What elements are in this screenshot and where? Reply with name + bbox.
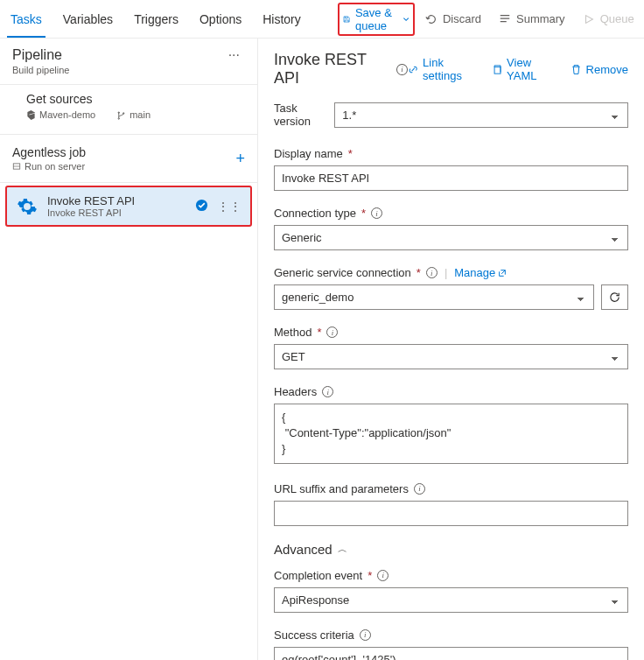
completion-select[interactable]: ApiResponse (274, 587, 628, 613)
play-icon (583, 13, 595, 25)
undo-icon (425, 13, 438, 25)
pipeline-panel: Pipeline Build pipeline ··· Get sources … (0, 39, 258, 660)
service-conn-label: Generic service connection (274, 266, 411, 279)
summary-button[interactable]: Summary (492, 9, 572, 29)
pipeline-sub: Build pipeline (12, 65, 69, 75)
discard-label: Discard (443, 12, 481, 25)
queue-label: Queue (600, 12, 634, 25)
tab-tasks[interactable]: Tasks (0, 2, 52, 37)
toolbar: Save & queue Discard Summary Queue ··· (338, 3, 644, 36)
external-icon (498, 269, 507, 277)
save-queue-label: Save & queue (355, 6, 397, 32)
gear-icon (16, 195, 38, 218)
display-name-input[interactable] (274, 165, 628, 191)
method-select[interactable]: GET (274, 344, 628, 369)
add-task-button[interactable]: + (235, 150, 245, 168)
trash-icon (570, 64, 582, 75)
get-sources[interactable]: Get sources Maven-demo main (0, 85, 257, 127)
chevron-down-icon (402, 13, 410, 25)
connection-type-select[interactable]: Generic (274, 225, 628, 250)
server-icon (12, 162, 21, 171)
job-title: Agentless job (12, 145, 86, 159)
save-icon (343, 13, 350, 25)
pipeline-more-icon[interactable]: ··· (228, 47, 245, 63)
headers-label: Headers (274, 385, 317, 398)
repo-item: Maven-demo (26, 109, 95, 120)
display-name-label: Display name (274, 147, 343, 160)
svg-rect-2 (494, 67, 500, 74)
info-icon[interactable]: i (326, 326, 338, 338)
info-icon[interactable]: i (426, 267, 438, 278)
nav-tabs: Tasks Variables Triggers Options History (0, 2, 312, 37)
connection-type-label: Connection type (274, 207, 356, 220)
info-icon[interactable]: i (396, 64, 408, 75)
chevron-up-icon: ︿ (338, 543, 347, 556)
summary-icon (499, 13, 511, 25)
summary-label: Summary (516, 12, 565, 25)
task-version-label: Task version (274, 102, 326, 128)
devops-icon (26, 110, 36, 120)
link-icon (408, 64, 418, 75)
get-sources-title: Get sources (26, 92, 245, 106)
detail-title: Invoke REST API (274, 51, 391, 88)
manage-link[interactable]: Manage (454, 266, 507, 279)
top-bar: Tasks Variables Triggers Options History… (0, 0, 644, 39)
discard-button[interactable]: Discard (418, 9, 488, 29)
task-details: Invoke REST API i Link settings View YAM… (258, 39, 644, 660)
tab-variables[interactable]: Variables (52, 2, 123, 37)
queue-button: Queue (576, 9, 641, 29)
refresh-icon (608, 291, 621, 304)
branch-item: main (116, 109, 150, 120)
save-and-queue-button[interactable]: Save & queue (338, 3, 415, 36)
check-icon (195, 199, 208, 214)
success-input[interactable] (274, 647, 628, 660)
view-yaml[interactable]: View YAML (492, 56, 562, 82)
task-invoke-rest-api[interactable]: Invoke REST API Invoke REST API ⋮⋮ (5, 186, 252, 227)
tab-history[interactable]: History (252, 2, 312, 37)
tab-options[interactable]: Options (189, 2, 252, 37)
link-settings[interactable]: Link settings (408, 56, 483, 82)
info-icon[interactable]: i (371, 207, 382, 219)
info-icon[interactable]: i (360, 629, 371, 641)
method-label: Method (274, 326, 312, 339)
info-icon[interactable]: i (322, 386, 333, 397)
info-icon[interactable]: i (414, 483, 425, 495)
task-sub: Invoke REST API (47, 207, 186, 218)
success-label: Success criteria (274, 628, 354, 642)
service-conn-select[interactable]: generic_demo (274, 284, 594, 310)
tab-triggers[interactable]: Triggers (123, 2, 189, 37)
task-name: Invoke REST API (47, 194, 186, 207)
copy-icon (492, 64, 502, 75)
remove-button[interactable]: Remove (570, 56, 628, 82)
drag-handle-icon[interactable]: ⋮⋮ (217, 204, 242, 209)
job-sub: Run on server (24, 161, 85, 172)
branch-icon (116, 110, 126, 120)
agentless-job[interactable]: Agentless job Run on server + (0, 135, 257, 182)
pipeline-header[interactable]: Pipeline Build pipeline ··· (0, 39, 257, 84)
url-suffix-label: URL suffix and parameters (274, 482, 409, 495)
headers-textarea[interactable]: { "Content-Type":"application/json" } (274, 404, 628, 464)
refresh-button[interactable] (601, 284, 628, 310)
pipeline-title: Pipeline (12, 47, 69, 63)
task-version-select[interactable]: 1.* (334, 102, 628, 128)
advanced-section[interactable]: Advanced ︿ (274, 542, 628, 557)
completion-label: Completion event (274, 569, 362, 582)
info-icon[interactable]: i (377, 570, 388, 581)
url-suffix-input[interactable] (274, 501, 628, 526)
